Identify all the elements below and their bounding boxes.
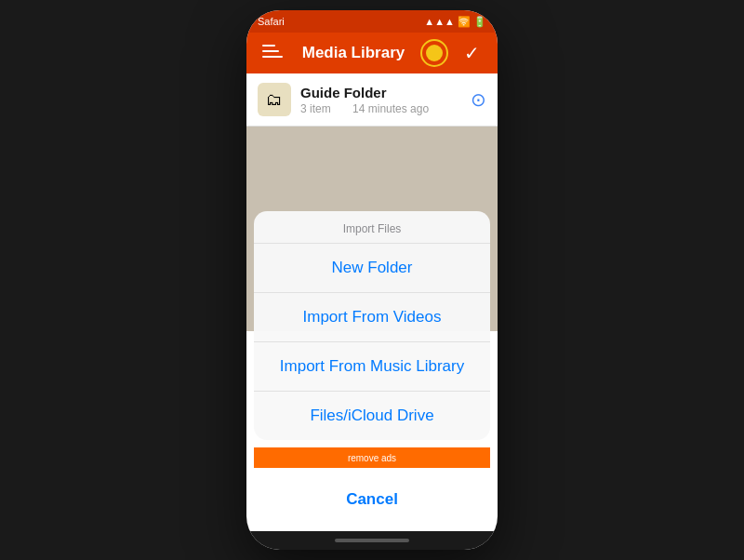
folder-check-icon: ⊙ bbox=[471, 88, 486, 111]
action-sheet-title: Import Files bbox=[254, 211, 490, 244]
check-icon: ✓ bbox=[464, 42, 480, 64]
nav-bar: Media Library ✓ bbox=[246, 33, 498, 73]
status-bar-left: Safari bbox=[258, 16, 285, 27]
list-container: 🗂 Guide Folder 3 item 14 minutes ago ⊙ bbox=[246, 73, 498, 127]
home-indicator bbox=[335, 539, 409, 542]
signal-icon: ▲▲▲ bbox=[424, 16, 455, 27]
check-button[interactable]: ✓ bbox=[457, 38, 486, 68]
import-music-button[interactable]: Import From Music Library bbox=[254, 341, 490, 391]
status-bar-right: ▲▲▲ 🛜 🔋 bbox=[424, 16, 486, 28]
nav-title: Media Library bbox=[287, 44, 419, 62]
action-sheet-cancel: Cancel bbox=[254, 475, 490, 524]
folder-icon: 🗂 bbox=[258, 83, 291, 116]
cancel-button[interactable]: Cancel bbox=[254, 475, 490, 524]
svg-rect-1 bbox=[262, 50, 279, 52]
svg-rect-2 bbox=[262, 56, 283, 58]
phone-content: Safari ▲▲▲ 🛜 🔋 Media Library bbox=[246, 10, 498, 550]
list-item-info: Guide Folder 3 item 14 minutes ago bbox=[300, 85, 461, 115]
phone-frame: Safari ▲▲▲ 🛜 🔋 Media Library bbox=[246, 10, 498, 550]
ad-bar-text: remove ads bbox=[348, 453, 396, 463]
status-bar: Safari ▲▲▲ 🛜 🔋 bbox=[246, 10, 498, 33]
bottom-bar bbox=[246, 531, 498, 550]
action-sheet-overlay: Import Files New Folder Import From Vide… bbox=[246, 211, 498, 531]
folder-name: Guide Folder bbox=[300, 85, 461, 100]
svg-rect-0 bbox=[262, 45, 275, 47]
new-folder-button[interactable]: New Folder bbox=[254, 244, 490, 292]
scrollable-area: 🗂 Guide Folder 3 item 14 minutes ago ⊙ bbox=[246, 73, 498, 531]
add-circle-inner bbox=[426, 45, 443, 61]
item-count: 3 item bbox=[300, 102, 331, 115]
add-circle-button[interactable] bbox=[419, 38, 449, 68]
guide-folder-item[interactable]: 🗂 Guide Folder 3 item 14 minutes ago ⊙ bbox=[246, 73, 498, 127]
import-icloud-button[interactable]: Files/iCloud Drive bbox=[254, 391, 490, 440]
folder-emoji: 🗂 bbox=[266, 90, 283, 110]
ad-bar: remove ads bbox=[254, 447, 490, 468]
folder-meta: 3 item 14 minutes ago bbox=[300, 102, 461, 115]
back-safari-label: Safari bbox=[258, 16, 285, 27]
sort-button[interactable] bbox=[258, 38, 287, 68]
import-videos-button[interactable]: Import From Videos bbox=[254, 292, 490, 341]
item-timestamp: 14 minutes ago bbox=[352, 102, 429, 115]
add-circle-icon bbox=[420, 39, 448, 67]
action-sheet-main: Import Files New Folder Import From Vide… bbox=[254, 211, 490, 440]
battery-icon: 🔋 bbox=[473, 16, 486, 28]
wifi-icon: 🛜 bbox=[458, 16, 471, 28]
